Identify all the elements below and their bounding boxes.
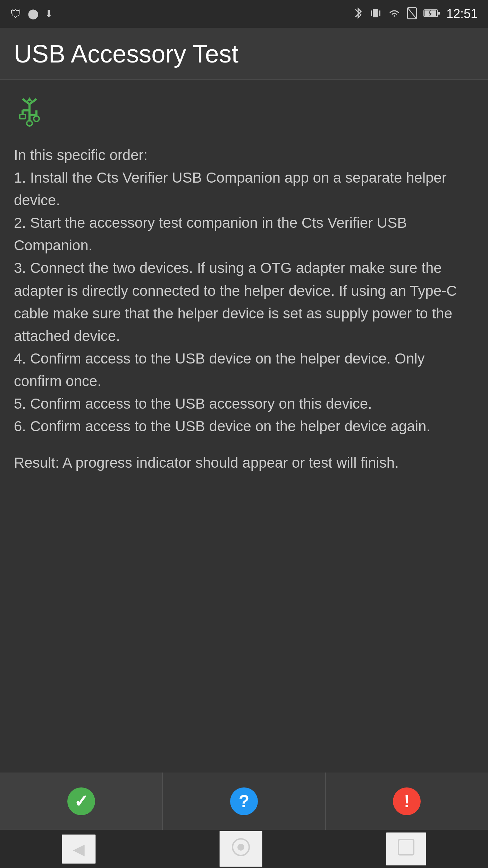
instructions-container: In this specific order: 1. Install the C… (14, 144, 474, 437)
svg-rect-1 (371, 10, 372, 16)
shield-icon: 🛡 (10, 8, 22, 19)
usb-icon (14, 97, 45, 128)
svg-point-23 (237, 844, 244, 851)
pass-icon: ✓ (67, 787, 95, 815)
nav-bar: ◀ (0, 830, 488, 868)
fail-button[interactable]: ! (326, 773, 488, 830)
instruction-step6: 6. Confirm access to the USB device on t… (14, 418, 430, 434)
status-bar-right-icons: 12:51 (353, 7, 478, 22)
info-question-mark: ? (239, 791, 250, 811)
home-button[interactable] (219, 831, 262, 867)
result-label: Result: A progress indicator should appe… (14, 454, 399, 471)
no-sim-icon (407, 7, 417, 21)
wifi-icon (388, 8, 401, 20)
fail-icon: ! (393, 787, 421, 815)
main-content: In this specific order: 1. Install the C… (0, 80, 488, 773)
circle-dot-icon: ⬤ (28, 9, 39, 19)
status-time: 12:51 (446, 7, 478, 21)
info-circle-icon: ? (230, 787, 258, 815)
back-icon: ◀ (73, 840, 85, 858)
recents-button[interactable] (386, 832, 426, 866)
app-bar: USB Accessory Test (0, 28, 488, 80)
svg-point-18 (34, 116, 39, 122)
pass-button[interactable]: ✓ (0, 773, 163, 830)
svg-marker-14 (27, 97, 32, 101)
svg-line-4 (407, 8, 417, 19)
instruction-step3: 3. Connect the two devices. If using a O… (14, 260, 457, 344)
instruction-step5: 5. Confirm access to the USB accessory o… (14, 395, 372, 412)
pass-checkmark: ✓ (74, 791, 89, 811)
vibrate-icon (369, 7, 382, 21)
svg-rect-2 (379, 10, 380, 16)
svg-rect-24 (398, 840, 414, 855)
action-bar: ✓ ? ! (0, 773, 488, 830)
instruction-step1: 1. Install the Cts Verifier USB Companio… (14, 169, 447, 208)
page-title: USB Accessory Test (14, 40, 238, 68)
recents-icon (397, 838, 415, 860)
back-button[interactable]: ◀ (62, 834, 96, 864)
bluetooth-icon (353, 7, 363, 22)
svg-rect-0 (373, 9, 378, 17)
download-icon: ⬇ (45, 9, 53, 19)
instruction-step2: 2. Start the accessory test companion in… (14, 215, 407, 253)
status-bar: 🛡 ⬤ ⬇ (0, 0, 488, 28)
fail-exclamation: ! (404, 791, 410, 811)
battery-icon (423, 8, 440, 20)
usb-icon-container (14, 97, 474, 130)
status-bar-left-icons: 🛡 ⬤ ⬇ (10, 8, 53, 19)
svg-rect-16 (20, 115, 25, 119)
home-icon (230, 837, 251, 861)
instruction-step4: 4. Confirm access to the USB device on t… (14, 350, 425, 389)
instruction-intro: In this specific order: (14, 147, 148, 163)
info-button[interactable]: ? (163, 773, 326, 830)
result-text: Result: A progress indicator should appe… (14, 451, 474, 474)
svg-rect-7 (438, 12, 440, 15)
